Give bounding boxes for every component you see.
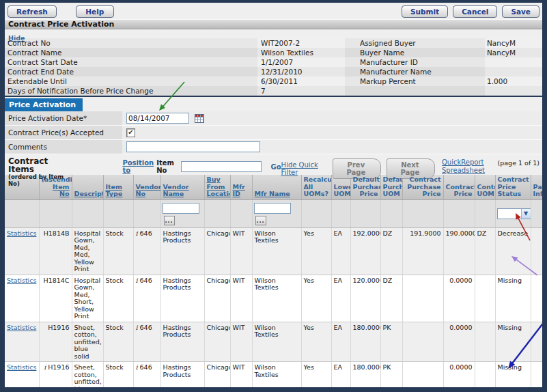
filter-cell: [531, 199, 542, 227]
item-type-cell: Stock: [103, 227, 133, 275]
section-divider: [5, 96, 542, 97]
mfr-name-cell: Wilson Textiles: [252, 362, 301, 392]
table-row: Statistics H1916 Sheet, cotton, unfitted…: [5, 322, 542, 362]
filter-cell: [350, 199, 380, 227]
info-icon[interactable]: i: [136, 277, 138, 284]
vendor-no-sort-link[interactable]: Vendor No: [136, 183, 161, 198]
description-cell: Hospital Gown, Med, Short, Yellow Print: [72, 275, 103, 322]
comments-input[interactable]: [126, 141, 260, 152]
statistics-link[interactable]: Statistics: [7, 324, 36, 331]
contract-price-activation-page: Refresh Help Submit Cancel Save Contract…: [0, 0, 547, 392]
filter-cell: [39, 199, 72, 227]
field-value: Wilson Textiles: [257, 48, 345, 57]
filter-cell: [5, 199, 39, 227]
contract-price-status-cell: Missing: [495, 322, 531, 362]
toolbar: Refresh Help Submit Cancel Save: [5, 3, 542, 19]
help-button[interactable]: Help: [76, 5, 114, 18]
vendor-name-cell: Hastings Products: [160, 227, 204, 275]
item-no-cell: H1814C: [39, 275, 72, 322]
contract-price-cell: 190.0000: [443, 227, 475, 275]
quick-report-link[interactable]: QuickReport: [442, 158, 485, 167]
info-icon[interactable]: i: [136, 363, 138, 371]
statistics-link[interactable]: Statistics: [7, 277, 36, 284]
field-value: 7: [257, 86, 345, 96]
lowest-uom-cell: EA: [331, 227, 350, 275]
refresh-button[interactable]: Refresh: [8, 5, 57, 18]
contract-items-grid: (ascending)Item No Description Item Type…: [5, 175, 542, 392]
filter-cell: [380, 199, 402, 227]
filter-cell: [475, 199, 495, 227]
mfr-name-sort-link[interactable]: Mfr Name: [255, 190, 290, 197]
default-purchase-uom-column-header: Default Purchase UOM: [380, 175, 402, 199]
position-to-input[interactable]: [181, 161, 262, 172]
filter-cell: [301, 199, 331, 227]
vendor-name-cell: Hastings Products: [160, 322, 204, 362]
item-no-sort-link[interactable]: Item No: [53, 183, 69, 198]
field-value: [485, 67, 542, 76]
contract-prices-accepted-checkbox[interactable]: ✔: [126, 128, 135, 137]
item-no: H1916: [48, 363, 69, 371]
recalculate-cell: Yes: [301, 275, 331, 322]
contract-uom-cell: [475, 275, 495, 322]
pack-info-cell: [531, 362, 542, 392]
mfr-id-sort-link[interactable]: Mfr ID: [233, 183, 245, 198]
hide-quick-filter-link[interactable]: Hide Quick Filter: [281, 161, 327, 176]
vendor-name-sort-link[interactable]: Vendor Name: [163, 183, 189, 198]
contract-price-cell: 0.0000: [443, 362, 475, 392]
filter-cell: [331, 199, 350, 227]
mfr-id-cell: WIT: [230, 322, 252, 362]
sort-direction-label: (ascending): [42, 176, 72, 183]
item-type-sort-link[interactable]: Item Type: [106, 183, 123, 198]
info-icon[interactable]: i: [136, 324, 138, 331]
description-cell: Sheet, cotton, unfitted, blue solid: [72, 362, 103, 392]
vendor-name-cell: Hastings Products: [160, 362, 204, 392]
contract-price-status-filter-select[interactable]: ▼: [497, 208, 531, 219]
statistics-link[interactable]: Statistics: [7, 229, 36, 237]
buy-from-location-cell: Chicago: [204, 227, 230, 275]
filter-cell: [402, 199, 443, 227]
grid-filter-row: ... ... ▼: [5, 199, 542, 227]
statistics-link[interactable]: Statistics: [7, 363, 36, 371]
field-value: [485, 57, 542, 67]
contract-price-cell: 0.0000: [443, 322, 475, 362]
pack-info-cell: [531, 275, 542, 322]
item-no-cell: H1916: [39, 322, 72, 362]
field-value: 12/31/2010: [257, 67, 345, 76]
price-activation-date-input[interactable]: [126, 113, 189, 124]
position-item-no-label: Item No: [156, 159, 176, 174]
vendor-no-cell: i646: [133, 362, 160, 392]
item-no-column-header: (ascending)Item No: [39, 175, 72, 199]
mfr-name-filter-input[interactable]: [254, 203, 291, 214]
calendar-icon[interactable]: [195, 114, 204, 123]
mfr-name-lookup-button[interactable]: ...: [255, 216, 266, 225]
vendor-name-lookup-button[interactable]: ...: [164, 216, 175, 225]
item-type-cell: Stock: [103, 362, 133, 392]
statistics-cell: Statistics: [5, 362, 39, 392]
filter-cell: [133, 199, 160, 227]
contract-price-status-column-header: Contract Price Status: [495, 175, 531, 199]
vendor-name-filter-input[interactable]: [163, 203, 199, 214]
default-purchase-uom-cell: PK: [380, 362, 402, 392]
info-icon[interactable]: i: [136, 229, 138, 237]
buy-from-location-cell: Chicago: [204, 275, 230, 322]
pack-info-cell: [531, 322, 542, 362]
contract-uom-cell: [475, 322, 495, 362]
item-no: H1916: [48, 324, 69, 331]
submit-button[interactable]: Submit: [402, 5, 448, 18]
vendor-name-column-header: Vendor Name: [160, 175, 204, 199]
field-label: Days of Notification Before Price Change: [5, 86, 257, 96]
position-to-link[interactable]: Position to: [122, 159, 154, 174]
save-button[interactable]: Save: [502, 5, 539, 18]
recalculate-column-header: Recalculate All UOMs?: [301, 175, 331, 199]
spreadsheet-link[interactable]: Spreadsheet: [442, 167, 485, 175]
description-sort-link[interactable]: Description: [74, 190, 104, 197]
info-icon[interactable]: i: [44, 363, 46, 371]
field-value: 1/1/2007: [257, 57, 345, 67]
statistics-cell: Statistics: [5, 227, 39, 275]
buy-from-location-sort-link[interactable]: Buy From Location: [207, 176, 231, 197]
pack-info-cell: [531, 227, 542, 275]
go-link[interactable]: Go: [271, 163, 281, 171]
cancel-button[interactable]: Cancel: [453, 5, 497, 18]
field-label: [345, 86, 485, 96]
mfr-name-cell: Wilson Textiles: [252, 227, 301, 275]
